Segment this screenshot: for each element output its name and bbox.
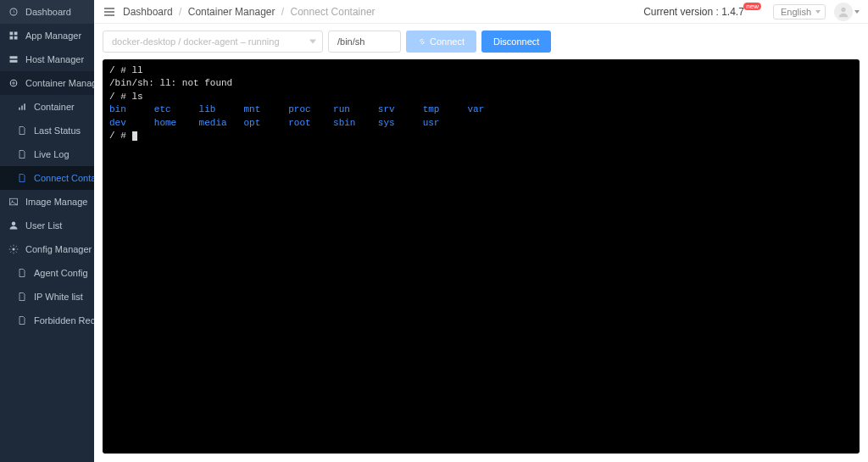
sidebar: Dashboard App Manager Host Manager Conta…: [0, 0, 94, 462]
doc-icon: [17, 315, 27, 326]
user-menu[interactable]: [834, 3, 860, 21]
breadcrumb-item[interactable]: Container Manager: [188, 6, 275, 18]
breadcrumb-sep: /: [281, 6, 284, 18]
new-badge: new: [743, 3, 761, 10]
svg-point-13: [13, 248, 15, 251]
sidebar-item-label: Live Log: [34, 149, 70, 159]
connect-button-label: Connect: [430, 36, 465, 47]
sidebar-item-label: IP White list: [34, 292, 83, 302]
sidebar-item-label: Image Manage: [25, 197, 87, 207]
language-select[interactable]: English: [773, 4, 826, 19]
sidebar-item-ip-white-list[interactable]: IP White list: [0, 285, 94, 309]
version-text: Current version : 1.4.7: [643, 6, 744, 18]
version-wrap: Current version : 1.4.7 new: [643, 6, 765, 18]
main: Dashboard / Container Manager / Connect …: [94, 0, 868, 462]
doc-icon: [17, 292, 27, 302]
sidebar-item-live-log[interactable]: Live Log: [0, 142, 94, 166]
breadcrumb: Dashboard / Container Manager / Connect …: [123, 6, 376, 18]
sidebar-item-label: App Manager: [25, 31, 81, 41]
avatar: [834, 3, 853, 21]
terminal-line: / # ls: [109, 92, 143, 102]
sidebar-item-connect-container[interactable]: Connect Container: [0, 166, 94, 190]
svg-rect-2: [10, 36, 14, 40]
sidebar-item-label: Dashboard: [25, 7, 71, 17]
doc-icon: [17, 149, 27, 159]
bars-icon: [17, 102, 27, 112]
container-icon: [8, 78, 19, 88]
svg-rect-7: [19, 108, 20, 110]
breadcrumb-current: Connect Container: [291, 6, 376, 18]
sidebar-item-container[interactable]: Container: [0, 95, 94, 119]
terminal-dirs: dev home media opt root sbin sys usr: [109, 118, 439, 128]
header: Dashboard / Container Manager / Connect …: [94, 0, 868, 24]
terminal-line: /bin/sh: ll: not found: [109, 78, 232, 88]
image-icon: [8, 197, 19, 207]
sidebar-item-label: Host Manager: [25, 54, 84, 64]
sidebar-item-image-manage[interactable]: Image Manage: [0, 190, 94, 214]
sidebar-item-label: User List: [25, 220, 62, 231]
svg-point-14: [841, 7, 845, 11]
sidebar-item-label: Last Status: [34, 125, 81, 136]
link-icon: [418, 37, 426, 46]
disconnect-button-label: Disconnect: [493, 36, 539, 47]
sidebar-item-label: Config Manager: [25, 244, 92, 254]
container-select[interactable]: [103, 31, 323, 53]
doc-icon: [17, 268, 27, 278]
app-icon: [8, 31, 19, 41]
sidebar-item-dashboard[interactable]: Dashboard: [0, 0, 94, 24]
controls-bar: Connect Disconnect: [94, 24, 868, 59]
svg-point-12: [12, 222, 16, 226]
breadcrumb-item[interactable]: Dashboard: [123, 6, 173, 18]
host-icon: [8, 54, 19, 64]
cursor-icon: [132, 131, 137, 141]
sidebar-item-user-list[interactable]: User List: [0, 214, 94, 237]
shell-input[interactable]: [328, 31, 401, 53]
sidebar-item-container-manager[interactable]: Container Manager: [0, 71, 94, 95]
sidebar-item-last-status[interactable]: Last Status: [0, 119, 94, 142]
svg-rect-0: [10, 32, 14, 36]
disconnect-button[interactable]: Disconnect: [481, 31, 551, 53]
sidebar-item-app-manager[interactable]: App Manager: [0, 24, 94, 47]
terminal-dirs: bin etc lib mnt proc run srv tmp var: [109, 104, 484, 114]
sidebar-item-agent-config[interactable]: Agent Config: [0, 261, 94, 285]
doc-icon: [17, 125, 27, 136]
sidebar-item-label: Agent Config: [34, 268, 88, 278]
svg-rect-3: [14, 36, 18, 40]
chevron-down-icon: [854, 10, 860, 14]
gear-icon: [8, 244, 19, 254]
svg-rect-5: [10, 60, 18, 63]
svg-rect-4: [10, 56, 18, 58]
terminal-line: / # ll: [109, 65, 143, 75]
connect-button[interactable]: Connect: [406, 31, 476, 53]
dashboard-icon: [8, 7, 19, 17]
sidebar-item-config-manager[interactable]: Config Manager: [0, 237, 94, 261]
svg-rect-1: [14, 32, 18, 36]
user-icon: [8, 220, 19, 231]
terminal-prompt: / #: [109, 131, 131, 141]
sidebar-item-forbidden-record[interactable]: Forbidden Record: [0, 309, 94, 332]
sidebar-item-label: Container: [34, 102, 75, 112]
svg-rect-8: [21, 106, 23, 110]
breadcrumb-sep: /: [179, 6, 181, 18]
svg-rect-9: [24, 103, 25, 110]
header-right: Current version : 1.4.7 new English: [643, 3, 860, 21]
doc-icon: [17, 173, 27, 183]
terminal[interactable]: / # ll /bin/sh: ll: not found / # ls bin…: [103, 59, 860, 454]
terminal-wrap: / # ll /bin/sh: ll: not found / # ls bin…: [94, 59, 868, 462]
menu-toggle-icon[interactable]: [103, 5, 116, 19]
sidebar-item-host-manager[interactable]: Host Manager: [0, 47, 94, 71]
container-select-input[interactable]: [103, 31, 323, 53]
